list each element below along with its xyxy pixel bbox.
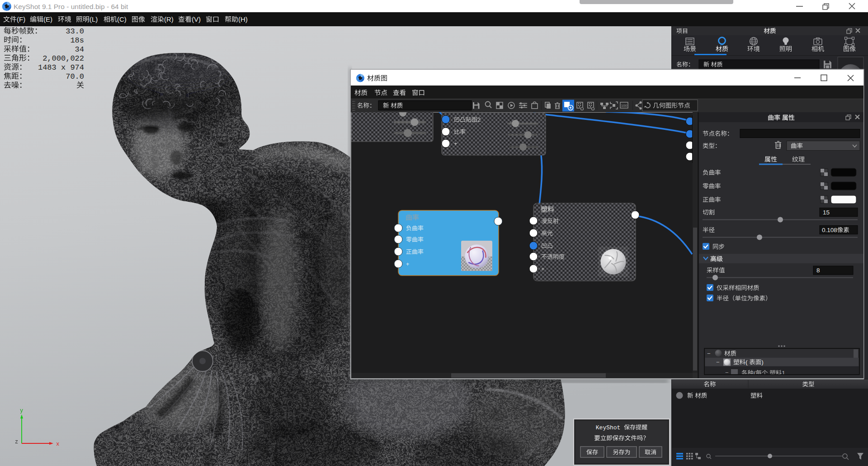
svg-text:+: +	[541, 266, 545, 272]
svg-text:8: 8	[816, 267, 820, 274]
svg-text:18s: 18s	[70, 36, 84, 45]
svg-text:(: (	[745, 359, 748, 366]
svg-text:z: z	[15, 439, 18, 445]
svg-text:(L): (L)	[90, 15, 98, 23]
svg-text:70.0: 70.0	[66, 72, 84, 81]
svg-text:2: 2	[477, 116, 481, 123]
svg-text:x: x	[56, 441, 59, 447]
svg-text:y: y	[20, 408, 23, 414]
svg-text:2,000,022: 2,000,022	[42, 54, 84, 63]
svg-text:1483 x 974: 1483 x 974	[38, 63, 84, 72]
svg-text:0.108: 0.108	[822, 227, 837, 233]
svg-text:34: 34	[75, 45, 84, 54]
svg-text:(E): (E)	[43, 15, 52, 23]
svg-text:(H): (H)	[238, 15, 248, 23]
svg-text:(V): (V)	[192, 15, 201, 23]
svg-text:): )	[761, 359, 764, 366]
svg-text:(R): (R)	[164, 15, 174, 23]
svg-text:(F): (F)	[17, 15, 25, 23]
svg-text:KeyShot: KeyShot	[596, 424, 621, 431]
svg-text:−: −	[707, 350, 711, 357]
svg-text:+: +	[454, 140, 458, 147]
svg-text:+: +	[406, 261, 410, 267]
svg-text:100: 100	[621, 104, 627, 108]
svg-text:KeyShot 9.1 Pro - untitled.bi: KeyShot 9.1 Pro - untitled.bip - 64 bit	[14, 3, 128, 10]
svg-text:33.0: 33.0	[66, 27, 84, 36]
svg-text:15: 15	[823, 209, 830, 216]
svg-text:(C): (C)	[117, 15, 127, 23]
svg-text:−: −	[716, 359, 720, 366]
